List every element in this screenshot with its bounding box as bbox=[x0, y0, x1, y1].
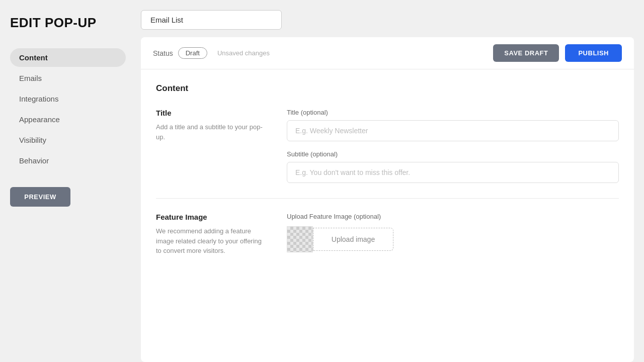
status-actions: SAVE DRAFT PUBLISH bbox=[493, 44, 622, 62]
title-field-label: Title (optional) bbox=[287, 109, 619, 116]
unsaved-changes-label: Unsaved changes bbox=[217, 49, 270, 57]
status-bar: Status Draft Unsaved changes SAVE DRAFT … bbox=[141, 37, 634, 69]
status-badge: Draft bbox=[178, 47, 207, 59]
title-section-title: Title bbox=[156, 109, 267, 117]
section-divider-1 bbox=[156, 198, 619, 199]
upload-image-button[interactable]: Upload image bbox=[313, 228, 393, 251]
upload-image-label: Upload image bbox=[332, 235, 375, 243]
sidebar-item-appearance[interactable]: Appearance bbox=[10, 110, 126, 129]
page-title: EDIT POP-UP bbox=[10, 15, 126, 31]
section-content: Content Title Add a title and a subtitle… bbox=[141, 69, 634, 362]
title-input[interactable] bbox=[287, 120, 619, 141]
image-preview-placeholder bbox=[287, 226, 313, 252]
title-form-left: Title Add a title and a subtitle to your… bbox=[156, 109, 267, 183]
popup-name-input[interactable] bbox=[141, 10, 282, 30]
feature-image-title: Feature Image bbox=[156, 213, 267, 221]
publish-button[interactable]: PUBLISH bbox=[565, 44, 622, 62]
preview-button[interactable]: PREVIEW bbox=[10, 187, 70, 207]
sidebar-nav: Content Emails Integrations Appearance V… bbox=[10, 48, 126, 172]
top-bar bbox=[141, 10, 634, 30]
content-panel: Status Draft Unsaved changes SAVE DRAFT … bbox=[141, 37, 634, 362]
title-section-desc: Add a title and a subtitle to your pop-u… bbox=[156, 122, 267, 142]
content-section-heading: Content bbox=[156, 83, 619, 94]
feature-image-desc: We recommend adding a feature image rela… bbox=[156, 226, 267, 256]
sidebar-item-behavior[interactable]: Behavior bbox=[10, 151, 126, 170]
upload-area: Upload image bbox=[287, 226, 619, 252]
sidebar-item-integrations[interactable]: Integrations bbox=[10, 89, 126, 108]
sidebar-item-content[interactable]: Content bbox=[10, 48, 126, 67]
save-draft-button[interactable]: SAVE DRAFT bbox=[493, 44, 559, 62]
sidebar-item-visibility[interactable]: Visibility bbox=[10, 131, 126, 149]
sidebar-item-emails[interactable]: Emails bbox=[10, 69, 126, 87]
status-label: Status bbox=[153, 49, 173, 57]
feature-image-form-right: Upload Feature Image (optional) Upload i… bbox=[287, 213, 619, 256]
upload-feature-image-label: Upload Feature Image (optional) bbox=[287, 213, 619, 220]
title-form-row: Title Add a title and a subtitle to your… bbox=[156, 109, 619, 183]
sidebar: EDIT POP-UP Content Emails Integrations … bbox=[0, 0, 136, 362]
main-area: Status Draft Unsaved changes SAVE DRAFT … bbox=[136, 0, 644, 362]
subtitle-input[interactable] bbox=[287, 162, 619, 183]
subtitle-field-label: Subtitle (optional) bbox=[287, 150, 619, 158]
feature-image-form-row: Feature Image We recommend adding a feat… bbox=[156, 213, 619, 256]
title-form-right: Title (optional) Subtitle (optional) bbox=[287, 109, 619, 183]
feature-image-form-left: Feature Image We recommend adding a feat… bbox=[156, 213, 267, 256]
